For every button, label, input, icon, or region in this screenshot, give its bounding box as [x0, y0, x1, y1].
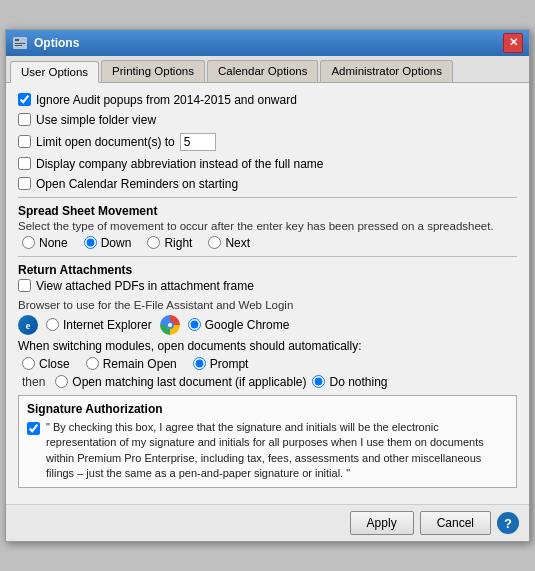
spread-down-item: Down: [84, 236, 132, 250]
simple-folder-checkbox[interactable]: [18, 113, 31, 126]
browser-row: e Internet Explorer Google Chrome: [18, 315, 517, 335]
ie-radio[interactable]: [46, 318, 59, 331]
spreadsheet-options-row: None Down Right Next: [22, 236, 517, 250]
limit-open-row: Limit open document(s) to: [18, 133, 517, 151]
browser-label: Browser to use for the E-File Assistant …: [18, 299, 517, 311]
signature-auth-section: Signature Authorization " By checking th…: [18, 395, 517, 489]
ignore-audit-label: Ignore Audit popups from 2014-2015 and o…: [36, 93, 297, 107]
switch-remain-item: Remain Open: [86, 357, 177, 371]
tab-user-options[interactable]: User Options: [10, 61, 99, 83]
spread-none-item: None: [22, 236, 68, 250]
spread-none-radio[interactable]: [22, 236, 35, 249]
tab-admin-options[interactable]: Administrator Options: [320, 60, 453, 82]
switching-label: When switching modules, open documents s…: [18, 339, 517, 353]
ie-label: Internet Explorer: [63, 318, 152, 332]
spreadsheet-title: Spread Sheet Movement: [18, 204, 517, 218]
switch-prompt-label: Prompt: [210, 357, 249, 371]
separator-1: [18, 197, 517, 198]
simple-folder-row: Use simple folder view: [18, 113, 517, 127]
sig-auth-text: " By checking this box, I agree that the…: [46, 420, 508, 482]
spread-down-radio[interactable]: [84, 236, 97, 249]
chrome-label: Google Chrome: [205, 318, 290, 332]
then-open-radio[interactable]: [55, 375, 68, 388]
display-abbrev-label: Display company abbreviation instead of …: [36, 157, 324, 171]
spreadsheet-desc: Select the type of movement to occur aft…: [18, 220, 517, 232]
footer: Apply Cancel ?: [6, 504, 529, 541]
spread-next-radio[interactable]: [208, 236, 221, 249]
help-button[interactable]: ?: [497, 512, 519, 534]
switch-close-radio[interactable]: [22, 357, 35, 370]
switch-close-label: Close: [39, 357, 70, 371]
sig-auth-checkbox[interactable]: [27, 422, 40, 435]
then-label: then: [22, 375, 45, 389]
spread-none-label: None: [39, 236, 68, 250]
then-nothing-radio[interactable]: [312, 375, 325, 388]
switch-remain-label: Remain Open: [103, 357, 177, 371]
open-calendar-checkbox[interactable]: [18, 177, 31, 190]
limit-open-label: Limit open document(s) to: [36, 135, 175, 149]
ignore-audit-checkbox[interactable]: [18, 93, 31, 106]
tabs-container: User Options Printing Options Calendar O…: [6, 56, 529, 83]
display-abbrev-row: Display company abbreviation instead of …: [18, 157, 517, 171]
view-pdfs-row: View attached PDFs in attachment frame: [18, 279, 517, 293]
switch-close-item: Close: [22, 357, 70, 371]
separator-2: [18, 256, 517, 257]
ie-radio-item: Internet Explorer: [46, 318, 152, 332]
title-bar-left: Options: [12, 35, 79, 51]
switch-remain-radio[interactable]: [86, 357, 99, 370]
display-abbrev-checkbox[interactable]: [18, 157, 31, 170]
svg-rect-2: [15, 43, 25, 44]
then-open-label: Open matching last document (if applicab…: [72, 375, 306, 389]
chrome-icon: [160, 315, 180, 335]
tab-content: Ignore Audit popups from 2014-2015 and o…: [6, 83, 529, 505]
title-bar: Options ✕: [6, 30, 529, 56]
chrome-center: [166, 321, 174, 329]
spread-down-label: Down: [101, 236, 132, 250]
sig-auth-body: " By checking this box, I agree that the…: [27, 420, 508, 482]
open-calendar-label: Open Calendar Reminders on starting: [36, 177, 238, 191]
options-icon: [12, 35, 28, 51]
view-pdfs-label: View attached PDFs in attachment frame: [36, 279, 254, 293]
options-window: Options ✕ User Options Printing Options …: [5, 29, 530, 543]
window-title: Options: [34, 36, 79, 50]
tab-printing-options[interactable]: Printing Options: [101, 60, 205, 82]
close-button[interactable]: ✕: [503, 33, 523, 53]
sig-auth-title: Signature Authorization: [27, 402, 508, 416]
spread-right-item: Right: [147, 236, 192, 250]
then-row: then Open matching last document (if app…: [22, 375, 517, 389]
spread-right-radio[interactable]: [147, 236, 160, 249]
open-calendar-row: Open Calendar Reminders on starting: [18, 177, 517, 191]
return-attachments-title: Return Attachments: [18, 263, 517, 277]
ie-icon: e: [18, 315, 38, 335]
chrome-radio-item: Google Chrome: [188, 318, 290, 332]
simple-folder-label: Use simple folder view: [36, 113, 156, 127]
switch-prompt-item: Prompt: [193, 357, 249, 371]
apply-button[interactable]: Apply: [350, 511, 414, 535]
then-open-item: Open matching last document (if applicab…: [55, 375, 306, 389]
switch-prompt-radio[interactable]: [193, 357, 206, 370]
spread-right-label: Right: [164, 236, 192, 250]
then-nothing-item: Do nothing: [312, 375, 387, 389]
spread-next-item: Next: [208, 236, 250, 250]
spread-next-label: Next: [225, 236, 250, 250]
limit-open-input[interactable]: [180, 133, 216, 151]
limit-open-checkbox[interactable]: [18, 135, 31, 148]
view-pdfs-checkbox[interactable]: [18, 279, 31, 292]
svg-rect-1: [15, 39, 19, 41]
ignore-audit-row: Ignore Audit popups from 2014-2015 and o…: [18, 93, 517, 107]
cancel-button[interactable]: Cancel: [420, 511, 491, 535]
tab-calendar-options[interactable]: Calendar Options: [207, 60, 319, 82]
then-nothing-label: Do nothing: [329, 375, 387, 389]
switching-options-row: Close Remain Open Prompt: [22, 357, 517, 371]
chrome-radio[interactable]: [188, 318, 201, 331]
svg-rect-3: [15, 45, 22, 46]
